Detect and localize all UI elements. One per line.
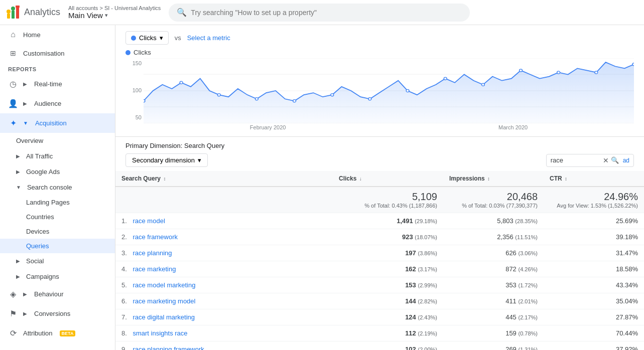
td-ctr: 35.04% xyxy=(544,293,644,309)
primary-dimension-section: Primary Dimension: Search Query Secondar… xyxy=(115,137,644,171)
sidebar-item-attribution[interactable]: ⟳ Attribution BETA xyxy=(0,323,115,343)
query-link[interactable]: race marketing xyxy=(133,265,176,273)
sidebar-label-google-ads: Google Ads xyxy=(26,168,60,176)
audience-icon: 👤 xyxy=(8,99,18,108)
realtime-icon: ◷ xyxy=(8,79,18,89)
th-impressions[interactable]: Impressions ↕ xyxy=(443,171,544,187)
behaviour-icon: ◈ xyxy=(8,289,18,299)
total-impressions: 20,468 % of Total: 0.03% (77,390,377) xyxy=(443,187,544,213)
query-link[interactable]: race planning framework xyxy=(133,345,204,350)
td-clicks: 112 (2.19%) xyxy=(333,325,443,341)
search-dim-icon[interactable]: 🔍 xyxy=(611,156,619,164)
sidebar-item-google-ads[interactable]: ▶ Google Ads xyxy=(0,164,115,180)
campaigns-expand-arrow: ▶ xyxy=(16,274,20,279)
td-ctr: 25.69% xyxy=(544,213,644,229)
sidebar-item-customisation[interactable]: ⊞ Customisation xyxy=(0,44,115,62)
sidebar-item-behaviour[interactable]: ◈ ▶ Behaviour xyxy=(0,284,115,304)
table-row: 3. race planning 197 (3.86%) 626 (3.06%)… xyxy=(115,245,644,261)
query-link[interactable]: race marketing model xyxy=(133,297,195,305)
svg-point-17 xyxy=(368,98,371,100)
app-logo: Analytics xyxy=(6,6,60,20)
th-clicks[interactable]: Clicks ↓ xyxy=(333,171,443,187)
th-search-query[interactable]: Search Query ↕ xyxy=(115,171,333,187)
sidebar-item-countries[interactable]: Countries xyxy=(0,210,115,224)
metric-button[interactable]: Clicks ▾ xyxy=(125,31,169,45)
secondary-dim-arrow: ▾ xyxy=(198,156,201,164)
global-search-bar[interactable]: 🔍 xyxy=(169,4,470,22)
sidebar-label-search-console: Search console xyxy=(27,184,72,191)
query-link[interactable]: race model xyxy=(133,217,165,225)
data-table-container: Search Query ↕ Clicks ↓ Impressions ↕ CT… xyxy=(115,171,644,350)
sidebar-item-home[interactable]: ⌂ Home xyxy=(0,25,115,44)
td-clicks: 124 (2.43%) xyxy=(333,309,443,325)
clear-search-button[interactable]: ✕ xyxy=(603,156,609,164)
sidebar-item-campaigns[interactable]: ▶ Campaigns xyxy=(0,269,115,284)
sidebar-item-queries[interactable]: Queries xyxy=(0,239,115,253)
query-link[interactable]: race digital marketing xyxy=(133,313,195,321)
search-input[interactable] xyxy=(191,9,462,17)
td-ctr: 31.47% xyxy=(544,245,644,261)
sidebar-item-landing-pages[interactable]: Landing Pages xyxy=(0,195,115,210)
td-query: 6. race marketing model xyxy=(115,293,333,309)
sidebar-label-attribution: Attribution xyxy=(23,329,53,337)
row-num: 6. xyxy=(121,297,127,305)
td-query: 2. race framework xyxy=(115,229,333,245)
vs-label: vs xyxy=(175,34,181,42)
svg-point-3 xyxy=(7,10,11,14)
sidebar-item-devices[interactable]: Devices xyxy=(0,224,115,239)
data-table: Search Query ↕ Clicks ↓ Impressions ↕ CT… xyxy=(115,171,644,350)
row-num: 3. xyxy=(121,249,127,257)
chart-area: Clicks ▾ vs Select a metric Clicks 150 1… xyxy=(115,25,644,137)
main-content: Clicks ▾ vs Select a metric Clicks 150 1… xyxy=(115,25,644,350)
table-row: 4. race marketing 162 (3.17%) 872 (4.26%… xyxy=(115,261,644,277)
sidebar-item-acquisition[interactable]: ✦ ▼ Acquisition xyxy=(0,113,115,133)
advanced-search-label[interactable]: ad xyxy=(623,157,629,164)
breadcrumb-top: All accounts > SI - Universal Analytics xyxy=(68,5,161,11)
table-row: 9. race planning framework 102 (2.00%) 2… xyxy=(115,341,644,351)
conversions-expand-arrow: ▶ xyxy=(23,311,27,316)
google-ads-expand-arrow: ▶ xyxy=(16,169,20,174)
td-query: 1. race model xyxy=(115,213,333,229)
td-impressions: 269 (1.31%) xyxy=(443,341,544,351)
sidebar-item-search-console[interactable]: ▼ Search console xyxy=(0,180,115,195)
sidebar-item-conversions[interactable]: ⚑ ▶ Conversions xyxy=(0,304,115,323)
sidebar-item-realtime[interactable]: ◷ ▶ Real-time xyxy=(0,74,115,94)
svg-point-20 xyxy=(481,83,484,86)
td-query: 5. race model marketing xyxy=(115,277,333,293)
secondary-dimension-button[interactable]: Secondary dimension ▾ xyxy=(125,153,208,167)
sidebar-item-overview[interactable]: Overview xyxy=(0,133,115,148)
query-link[interactable]: race framework xyxy=(133,233,178,241)
conversions-icon: ⚑ xyxy=(8,309,18,318)
table-row: 6. race marketing model 144 (2.82%) 411 … xyxy=(115,293,644,309)
sidebar-label-all-traffic: All Traffic xyxy=(26,152,53,160)
sidebar-item-all-traffic[interactable]: ▶ All Traffic xyxy=(0,148,115,164)
select-metric-link[interactable]: Select a metric xyxy=(187,34,230,42)
query-link[interactable]: race planning xyxy=(133,249,172,257)
breadcrumb-main: Main View xyxy=(68,11,103,20)
td-ctr: 18.58% xyxy=(544,261,644,277)
svg-point-24 xyxy=(632,63,634,66)
query-link[interactable]: race model marketing xyxy=(133,281,195,289)
th-ctr[interactable]: CTR ↕ xyxy=(544,171,644,187)
sort-icon-query: ↕ xyxy=(163,176,166,182)
search-input-dim[interactable] xyxy=(551,156,601,164)
td-impressions: 626 (3.06%) xyxy=(443,245,544,261)
search-box[interactable]: ✕ 🔍 ad xyxy=(546,154,634,167)
td-query: 4. race marketing xyxy=(115,261,333,277)
query-link[interactable]: smart insights race xyxy=(133,329,187,337)
sidebar-item-social[interactable]: ▶ Social xyxy=(0,253,115,269)
sort-icon-ctr: ↕ xyxy=(565,176,567,182)
breadcrumb-dropdown-arrow[interactable]: ▾ xyxy=(105,12,108,19)
metric-dropdown-arrow: ▾ xyxy=(160,34,163,42)
td-impressions: 2,356 (11.51%) xyxy=(443,229,544,245)
sidebar-item-audience[interactable]: 👤 ▶ Audience xyxy=(0,94,115,113)
td-clicks: 1,491 (29.18%) xyxy=(333,213,443,229)
sidebar-item-discover[interactable]: ◎ Discover xyxy=(0,343,115,350)
total-clicks: 5,109 % of Total: 0.43% (1,187,866) xyxy=(333,187,443,213)
search-icon: 🔍 xyxy=(177,8,187,17)
sort-icon-impressions: ↕ xyxy=(487,176,490,182)
svg-point-15 xyxy=(293,100,296,102)
y-label-150: 150 xyxy=(125,60,142,66)
x-label-feb: February 2020 xyxy=(250,124,286,130)
y-label-100: 100 xyxy=(125,87,142,93)
